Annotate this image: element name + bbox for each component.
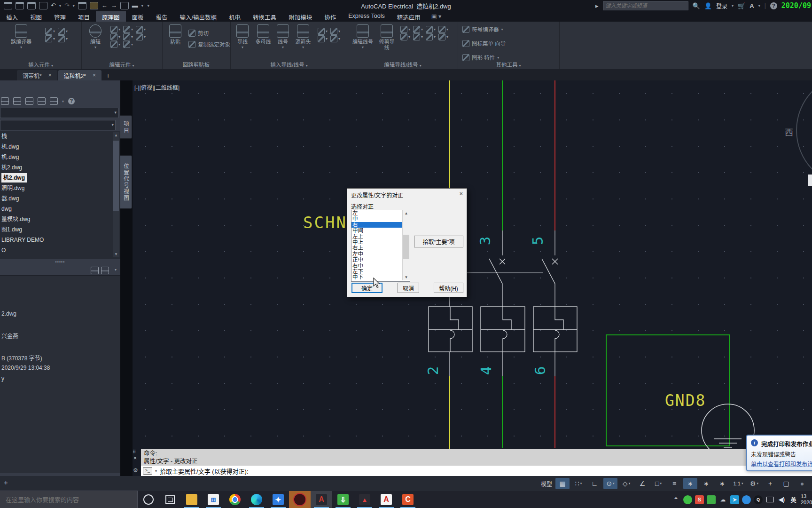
palette-close-icon[interactable]: × [133, 455, 137, 461]
insert-wire-number-icon[interactable] [413, 26, 420, 33]
scrollbar-thumb[interactable] [403, 235, 409, 259]
isometric-toggle[interactable]: ◇▾ [619, 478, 633, 489]
object-snap-tracking-toggle[interactable]: ∠ [635, 478, 649, 489]
mobile-device-icon[interactable] [39, 2, 47, 9]
insert-pid-icon[interactable] [58, 35, 65, 42]
blue-kite-app-icon[interactable]: ✦ [267, 491, 289, 508]
snap-toggle[interactable]: ∷▾ [571, 478, 586, 489]
palette-splitter[interactable]: ••••• [0, 259, 120, 266]
wire-type-icon[interactable] [330, 28, 337, 35]
insert-pneumatic-icon[interactable] [58, 28, 65, 35]
file-explorer-icon[interactable] [181, 491, 203, 508]
edit-component-button[interactable]: 编辑▾ [85, 24, 106, 50]
list-option[interactable]: 右中 [351, 263, 410, 269]
command-dropdown-icon[interactable]: ▾ [155, 469, 157, 473]
details-preview-icon[interactable] [91, 267, 99, 274]
microsoft-store-icon[interactable]: ⊞ [203, 491, 224, 508]
ime-indicator[interactable]: 英 [789, 495, 798, 504]
palette-grip-icon[interactable]: ⠿ [133, 449, 136, 454]
drawing-canvas[interactable]: [-][俯视][二维线框] 西 [133, 80, 812, 476]
cut-button[interactable]: 剪切 [188, 29, 209, 37]
copy-selected-button[interactable]: 复制选定对象 [188, 40, 230, 48]
icon-menu-wizard-button[interactable]: 图标菜单 向导 [462, 40, 506, 47]
cancel-button[interactable]: 取消 [398, 283, 419, 293]
align-icon[interactable] [110, 33, 117, 40]
help-icon[interactable]: ? [770, 2, 777, 9]
tab-add-ins[interactable]: 附加模块 [282, 11, 318, 22]
tab-view[interactable]: 视图 [24, 11, 48, 22]
tab-insert[interactable]: 插入 [0, 11, 24, 22]
panel-label[interactable]: 其他工具 ▾ [458, 61, 559, 68]
panel-label[interactable]: 插入元件 ▾ [0, 61, 81, 68]
listbox-scrollbar[interactable]: ▲ ▼ [402, 210, 410, 280]
tab-import-export[interactable]: 输入/输出数据 [174, 11, 223, 22]
dot-tee-icon[interactable] [318, 35, 325, 42]
dialog-close-icon[interactable]: × [459, 190, 463, 197]
gap-icon[interactable] [330, 35, 337, 42]
ribbon-display-toggle-icon[interactable]: ▣ ▾ [427, 11, 446, 22]
multiple-bus-button[interactable]: 多母线 [254, 24, 273, 45]
sign-in-dropdown-icon[interactable]: ▾ [732, 4, 734, 8]
panel-label[interactable]: 编辑元件 ▾ [81, 61, 162, 68]
toast-details-link[interactable]: 单击以查看打印和发布详 [751, 460, 812, 468]
tab-panel[interactable]: 面板 [126, 11, 150, 22]
tab-manage[interactable]: 管理 [48, 11, 72, 22]
ruler-icon[interactable]: ▬ [132, 2, 138, 9]
list-option[interactable]: 中上 [351, 239, 410, 245]
paste-button[interactable]: 粘贴 [166, 24, 185, 45]
infocenter-search-input[interactable] [603, 1, 688, 10]
move-wire-number-icon[interactable] [400, 33, 407, 40]
forward-arrow-icon[interactable]: → [111, 2, 117, 9]
project-task-list-icon[interactable] [13, 97, 21, 105]
cortana-button[interactable] [138, 491, 159, 508]
source-arrow-button[interactable]: 源箭头▾ [293, 24, 313, 50]
swap-wire-number-icon[interactable] [438, 33, 445, 40]
trim-wire-button[interactable]: 修剪导线 [377, 24, 397, 50]
side-tab-location-view[interactable]: 位置代号视图 [120, 155, 132, 209]
redo-dropdown-icon[interactable]: ▾ [73, 4, 75, 8]
object-snap-toggle[interactable]: □▾ [651, 478, 665, 489]
list-scrollbar[interactable]: ▲ ▼ [113, 132, 119, 257]
model-space-button[interactable]: 模型 [539, 478, 554, 489]
adobe-acrobat-icon[interactable]: ▲ [354, 491, 375, 508]
workspace-gear-icon[interactable]: ⚙▾ [747, 478, 761, 489]
teamviewer-tray-icon[interactable]: ➤ [730, 495, 739, 504]
list-item[interactable]: 机2.dwg [0, 162, 120, 173]
drawing-filter-combobox[interactable]: ▾ [0, 120, 116, 130]
customize-wrench-icon[interactable]: ⚙ [133, 467, 138, 474]
insert-hydraulic-icon[interactable] [45, 35, 52, 42]
help-button[interactable]: 帮助(H) [434, 283, 463, 293]
symbol-builder-button[interactable]: 符号编译器▾ [462, 25, 503, 33]
search-icon[interactable]: 🔍 [693, 2, 700, 9]
a360-dropdown-icon[interactable]: ▾ [758, 4, 760, 8]
list-option[interactable]: 正中 [351, 257, 410, 262]
redo-icon[interactable]: ↷ [64, 2, 70, 9]
scrollbar-thumb[interactable] [113, 141, 119, 211]
list-item-selected[interactable]: 机2.dwg [0, 173, 120, 183]
list-item[interactable]: dwg [0, 204, 120, 214]
music-app-icon[interactable] [289, 491, 311, 508]
drawing-properties-button[interactable]: 图形 特性▾ [462, 54, 499, 61]
justification-listbox[interactable]: 左 中 右 中间 左上 中上 右上 左中 正中 右中 左下 中下 ▲ ▼ [351, 210, 410, 282]
autodesk-a360-icon[interactable]: A [750, 2, 754, 9]
scoot-icon[interactable] [110, 26, 117, 33]
project-selector-combobox[interactable]: ▾ [0, 108, 118, 118]
edit-wire-number-button[interactable]: 编辑线号▾ [351, 24, 375, 50]
list-item[interactable]: 照明.dwg [0, 183, 120, 193]
ruler-dropdown-icon[interactable]: ▾ [141, 4, 143, 8]
crosshair-button[interactable]: + [763, 478, 777, 489]
back-arrow-icon[interactable]: ← [102, 2, 108, 9]
print-icon[interactable] [78, 2, 86, 9]
undo-icon[interactable]: ↶ [51, 2, 56, 9]
orange-c-app-icon[interactable]: C [397, 491, 419, 508]
annotation-visibility-toggle[interactable]: ∗ [683, 478, 697, 489]
command-prompt-icon[interactable]: >_ [143, 467, 152, 475]
save-all-icon[interactable] [27, 2, 36, 9]
delete-component-icon[interactable] [123, 33, 130, 40]
adobe-red-a-icon[interactable]: A [375, 491, 397, 508]
blue-sphere-tray-icon[interactable] [742, 495, 751, 504]
list-option-selected[interactable]: 右 [351, 222, 410, 228]
tab-schematic[interactable]: 原理图 [96, 11, 126, 22]
autocad-taskbar-icon[interactable]: A [311, 491, 332, 508]
list-option[interactable]: 中 [351, 216, 410, 222]
